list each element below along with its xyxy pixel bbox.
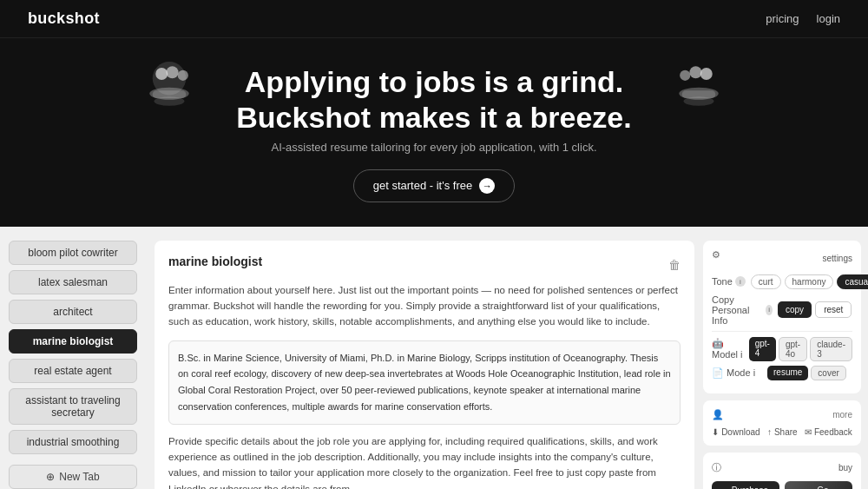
settings-icon-row: ⚙ [712, 249, 720, 261]
action-buttons: ⬇ Download ↑ Share ✉ Feedback [712, 427, 852, 437]
sidebar-item-architect[interactable]: architect [9, 300, 137, 324]
center-panel: marine biologist 🗑 Enter information abo… [155, 241, 694, 489]
model-gpt4[interactable]: gpt-4 [749, 337, 776, 361]
purchase-credits-button[interactable]: 🪙 Purchase Credits i [712, 481, 779, 489]
right-panel: ⚙ settings Tone i curt harmony casual [703, 241, 868, 489]
buy-link[interactable]: buy [838, 463, 852, 472]
copy-button[interactable]: copy [778, 301, 812, 318]
sidebar-item-bloom-pilot[interactable]: bloom pilot cowriter [9, 241, 137, 265]
pricing-link[interactable]: pricing [766, 12, 799, 25]
delete-icon[interactable]: 🗑 [668, 258, 681, 272]
gear-icon: ⚙ [712, 249, 720, 261]
go-premium-button[interactable]: ⭐ Go Premium i [785, 481, 852, 489]
sidebar-item-industrial[interactable]: industrial smoothing [9, 430, 137, 454]
copy-buttons: copy reset [778, 301, 852, 318]
mode-resume[interactable]: resume [767, 366, 808, 380]
svg-point-4 [149, 88, 189, 100]
plus-icon: ⊕ [46, 471, 55, 483]
about-prompt: Enter information about yourself here. J… [168, 282, 681, 330]
mode-label: Mode [727, 367, 751, 378]
tone-harmony[interactable]: harmony [785, 274, 834, 289]
copy-personal-row: Copy Personal Info i copy reset [712, 294, 852, 326]
feedback-icon: ✉ [805, 427, 812, 437]
mode-icon: 📄 [712, 367, 724, 378]
model-info-icon: i [740, 349, 742, 360]
model-icon: 🤖 [712, 338, 724, 348]
hero-section: Applying to jobs is a grind. Buckshot ma… [0, 38, 868, 227]
mode-options: resume cover [767, 366, 846, 380]
model-gpt4o[interactable]: gpt-4o [779, 337, 807, 361]
hero-icon-left [139, 56, 200, 116]
svg-point-7 [700, 68, 713, 80]
svg-rect-5 [153, 90, 187, 98]
svg-point-0 [153, 62, 187, 96]
reset-button[interactable]: reset [815, 301, 852, 318]
tone-options: curt harmony casual [751, 274, 868, 289]
download-icon: ⬇ [712, 427, 719, 437]
buy-header: ⓘ buy [712, 461, 852, 474]
copy-info-icon: i [766, 305, 773, 315]
download-button[interactable]: ⬇ Download [712, 427, 760, 437]
info-circle-icon: ⓘ [712, 461, 721, 474]
tone-info-icon: i [735, 276, 746, 287]
model-options: gpt-4 gpt-4o claude-3 [749, 337, 852, 361]
model-claude3[interactable]: claude-3 [810, 337, 852, 361]
svg-point-1 [155, 68, 168, 80]
model-row: 🤖 Model i gpt-4 gpt-4o claude-3 [712, 337, 852, 361]
header-nav: pricing login [766, 12, 840, 25]
job-desc-prompt: Provide specific details about the job r… [168, 433, 681, 489]
sidebar: bloom pilot cowriter latex salesman arch… [0, 241, 146, 489]
sidebar-item-latex-salesman[interactable]: latex salesman [9, 270, 137, 294]
separator1 [712, 331, 852, 332]
cta-arrow-icon: → [479, 178, 495, 194]
hero-headline: Applying to jobs is a grind. Buckshot ma… [236, 64, 631, 135]
person-icon: 👤 [712, 409, 724, 420]
mode-info-icon: i [753, 367, 755, 378]
tone-row: Tone i curt harmony casual [712, 274, 852, 289]
share-button[interactable]: ↑ Share [767, 427, 798, 437]
tone-label: Tone [712, 276, 733, 287]
hero-icon-right [668, 56, 729, 116]
svg-point-3 [178, 70, 188, 81]
feedback-button[interactable]: ✉ Feedback [805, 427, 852, 437]
new-tab-button[interactable]: ⊕ New Tab [9, 465, 137, 489]
settings-card: ⚙ settings Tone i curt harmony casual [703, 241, 861, 393]
mode-cover[interactable]: cover [811, 366, 845, 380]
copy-personal-label: Copy Personal Info [712, 294, 763, 326]
share-icon: ↑ [767, 427, 772, 437]
sidebar-item-real-estate[interactable]: real estate agent [9, 359, 137, 383]
svg-point-12 [684, 96, 714, 106]
header: buckshot pricing login [0, 0, 868, 38]
sidebar-item-marine-biologist[interactable]: marine biologist [9, 329, 137, 354]
svg-point-6 [155, 96, 185, 106]
buy-card: ⓘ buy 🪙 Purchase Credits i ⭐ Go Premium … [703, 453, 861, 489]
tone-casual[interactable]: casual [837, 274, 868, 289]
svg-point-8 [690, 66, 702, 78]
actions-card: 👤 more ⬇ Download ↑ Share ✉ Feedback [703, 400, 861, 446]
login-link[interactable]: login [817, 12, 840, 25]
more-button[interactable]: more [832, 410, 852, 420]
sidebar-item-assistant[interactable]: assistant to traveling secretary [9, 388, 137, 425]
model-label: Model [712, 349, 738, 360]
logo: buckshot [28, 10, 100, 28]
svg-point-2 [167, 66, 179, 78]
bio-content-box[interactable]: B.Sc. in Marine Science, University of M… [168, 340, 681, 425]
cta-button[interactable]: get started - it's free → [353, 169, 515, 202]
settings-button[interactable]: settings [823, 254, 852, 263]
svg-point-10 [679, 88, 719, 100]
job-title-heading: marine biologist [168, 254, 262, 268]
tone-curt[interactable]: curt [751, 274, 781, 289]
main-area: bloom pilot cowriter latex salesman arch… [0, 227, 868, 489]
hero-subtext: AI-assisted resume tailoring for every j… [272, 141, 597, 154]
buy-buttons: 🪙 Purchase Credits i ⭐ Go Premium i [712, 481, 852, 489]
svg-rect-11 [682, 90, 716, 98]
svg-point-9 [680, 70, 690, 81]
mode-row: 📄 Mode i resume cover [712, 366, 852, 380]
